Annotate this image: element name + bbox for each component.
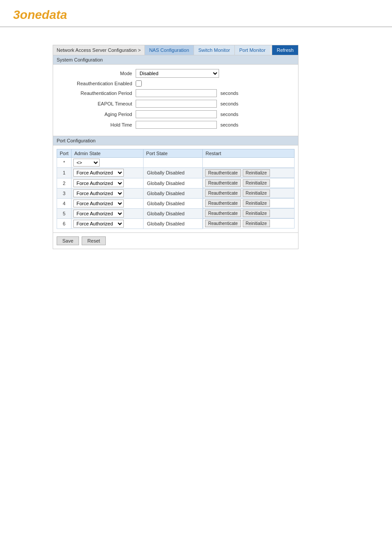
- eapol-timeout-label: EAPOL Timeout: [57, 101, 136, 106]
- port-num-5: 5: [57, 208, 72, 218]
- footer-buttons: Save Reset: [53, 232, 298, 249]
- reinitialize-button-2[interactable]: Reinitialize: [243, 179, 270, 187]
- port-num-1: 1: [57, 168, 72, 178]
- port-state-cell-3: Globally Disabled: [143, 188, 202, 198]
- port-num-4: 4: [57, 198, 72, 208]
- port-table: Port Admin State Port State Restart * <>: [57, 149, 295, 229]
- admin-state-select-1[interactable]: Force AuthorizedForce UnauthorizedAuto: [73, 169, 124, 177]
- admin-state-select-4[interactable]: Force AuthorizedForce UnauthorizedAuto: [73, 200, 124, 207]
- port-state-text-6: Globally Disabled: [145, 221, 187, 226]
- port-state-text-4: Globally Disabled: [145, 201, 187, 206]
- reauthenticate-button-3[interactable]: Reauthenticate: [205, 189, 241, 197]
- col-port: Port: [57, 149, 72, 158]
- port-state-cell-1: Globally Disabled: [143, 168, 202, 178]
- table-row: 5Force AuthorizedForce UnauthorizedAutoG…: [57, 208, 295, 218]
- wildcard-port-state: [143, 158, 202, 168]
- restart-cell-5: ReauthenticateReinitialize: [203, 208, 294, 218]
- reinitialize-button-4[interactable]: Reinitialize: [243, 200, 270, 207]
- reauth-enabled-label: Reauthentication Enabled: [57, 81, 136, 86]
- port-config-body: Port Admin State Port State Restart * <>: [53, 145, 298, 232]
- tab-nas-configuration[interactable]: NAS Configuration: [144, 45, 194, 55]
- hold-time-row: Hold Time 10 seconds: [57, 121, 295, 129]
- main-content: Network Access Server Configuration > NA…: [0, 27, 392, 262]
- admin-state-select-6[interactable]: Force AuthorizedForce UnauthorizedAuto: [73, 220, 124, 228]
- table-row: 6Force AuthorizedForce UnauthorizedAutoG…: [57, 218, 295, 229]
- restart-cell-6: ReauthenticateReinitialize: [203, 218, 294, 229]
- reauth-period-value: 3600 seconds: [136, 89, 238, 97]
- port-state-cell-5: Globally Disabled: [143, 208, 202, 218]
- wildcard-port-num: *: [57, 158, 72, 168]
- port-num-2: 2: [57, 178, 72, 188]
- reinitialize-button-6[interactable]: Reinitialize: [243, 220, 270, 227]
- port-state-cell-6: Globally Disabled: [143, 218, 202, 229]
- refresh-button[interactable]: Refresh: [272, 45, 298, 55]
- port-num-6: 6: [57, 218, 72, 229]
- port-state-text-2: Globally Disabled: [145, 181, 187, 186]
- admin-state-cell-1: Force AuthorizedForce UnauthorizedAuto: [72, 168, 144, 178]
- reauth-enabled-row: Reauthentication Enabled: [57, 80, 295, 87]
- eapol-timeout-input[interactable]: 30: [136, 100, 217, 108]
- reauthenticate-button-5[interactable]: Reauthenticate: [205, 210, 241, 217]
- reauth-enabled-checkbox[interactable]: [136, 80, 142, 87]
- admin-state-select-3[interactable]: Force AuthorizedForce UnauthorizedAuto: [73, 189, 124, 197]
- hold-time-label: Hold Time: [57, 122, 136, 127]
- mode-value: Disabled Enabled: [136, 69, 219, 78]
- reauthenticate-button-4[interactable]: Reauthenticate: [205, 200, 241, 207]
- reinitialize-button-5[interactable]: Reinitialize: [243, 210, 270, 217]
- reauth-period-unit: seconds: [220, 91, 238, 96]
- admin-state-select-2[interactable]: Force AuthorizedForce UnauthorizedAuto: [73, 179, 124, 187]
- aging-period-label: Aging Period: [57, 112, 136, 117]
- admin-state-cell-4: Force AuthorizedForce UnauthorizedAuto: [72, 198, 144, 208]
- tab-port-monitor[interactable]: Port Monitor: [234, 45, 270, 55]
- hold-time-input[interactable]: 10: [136, 121, 217, 129]
- port-state-cell-2: Globally Disabled: [143, 178, 202, 188]
- port-state-text-5: Globally Disabled: [145, 211, 187, 216]
- reinitialize-button-1[interactable]: Reinitialize: [243, 169, 270, 177]
- aging-period-row: Aging Period 300 seconds: [57, 110, 295, 118]
- admin-state-cell-3: Force AuthorizedForce UnauthorizedAuto: [72, 188, 144, 198]
- tab-switch-monitor[interactable]: Switch Monitor: [194, 45, 234, 55]
- aging-period-input[interactable]: 300: [136, 110, 217, 118]
- aging-period-unit: seconds: [220, 112, 238, 117]
- wildcard-admin-cell: <> Force Authorized Force Unauthorized A…: [72, 158, 144, 168]
- table-row: 2Force AuthorizedForce UnauthorizedAutoG…: [57, 178, 295, 188]
- port-config-header: Port Configuration: [53, 136, 298, 145]
- eapol-timeout-row: EAPOL Timeout 30 seconds: [57, 100, 295, 108]
- reauth-period-row: Reauthentication Period 3600 seconds: [57, 89, 295, 97]
- reinitialize-button-3[interactable]: Reinitialize: [243, 189, 270, 197]
- system-config-header: System Configuration: [53, 55, 298, 65]
- restart-cell-3: ReauthenticateReinitialize: [203, 188, 294, 198]
- hold-time-unit: seconds: [220, 122, 238, 127]
- save-button[interactable]: Save: [57, 236, 79, 245]
- reauth-enabled-value: [136, 80, 142, 87]
- reauthenticate-button-2[interactable]: Reauthenticate: [205, 179, 241, 187]
- mode-select[interactable]: Disabled Enabled: [136, 69, 219, 78]
- reauth-period-input[interactable]: 3600: [136, 89, 217, 97]
- wildcard-restart: [203, 158, 295, 168]
- col-admin-state: Admin State: [72, 149, 144, 158]
- admin-state-cell-2: Force AuthorizedForce UnauthorizedAuto: [72, 178, 144, 188]
- table-row: 1Force AuthorizedForce UnauthorizedAutoG…: [57, 168, 295, 178]
- nav-bar: Network Access Server Configuration > NA…: [53, 45, 298, 55]
- col-restart: Restart: [203, 149, 295, 158]
- hold-time-value: 10 seconds: [136, 121, 238, 129]
- restart-cell-1: ReauthenticateReinitialize: [203, 168, 294, 178]
- eapol-timeout-value: 30 seconds: [136, 100, 238, 108]
- aging-period-value: 300 seconds: [136, 110, 238, 118]
- eapol-timeout-unit: seconds: [220, 101, 238, 106]
- logo-text: 3onedata: [13, 8, 67, 22]
- breadcrumb: Network Access Server Configuration >: [53, 45, 144, 55]
- config-panel: Network Access Server Configuration > NA…: [53, 45, 298, 249]
- restart-cell-2: ReauthenticateReinitialize: [203, 178, 294, 188]
- restart-cell-4: ReauthenticateReinitialize: [203, 198, 294, 208]
- admin-state-cell-5: Force AuthorizedForce UnauthorizedAuto: [72, 208, 144, 218]
- wildcard-admin-select[interactable]: <> Force Authorized Force Unauthorized A…: [73, 159, 100, 167]
- page-header: 3onedata: [0, 0, 392, 27]
- reauth-period-label: Reauthentication Period: [57, 91, 136, 96]
- reset-button[interactable]: Reset: [82, 236, 106, 245]
- reauthenticate-button-1[interactable]: Reauthenticate: [205, 169, 241, 177]
- reauthenticate-button-6[interactable]: Reauthenticate: [205, 220, 241, 227]
- port-num-3: 3: [57, 188, 72, 198]
- mode-label: Mode: [57, 71, 136, 76]
- admin-state-select-5[interactable]: Force AuthorizedForce UnauthorizedAuto: [73, 210, 124, 218]
